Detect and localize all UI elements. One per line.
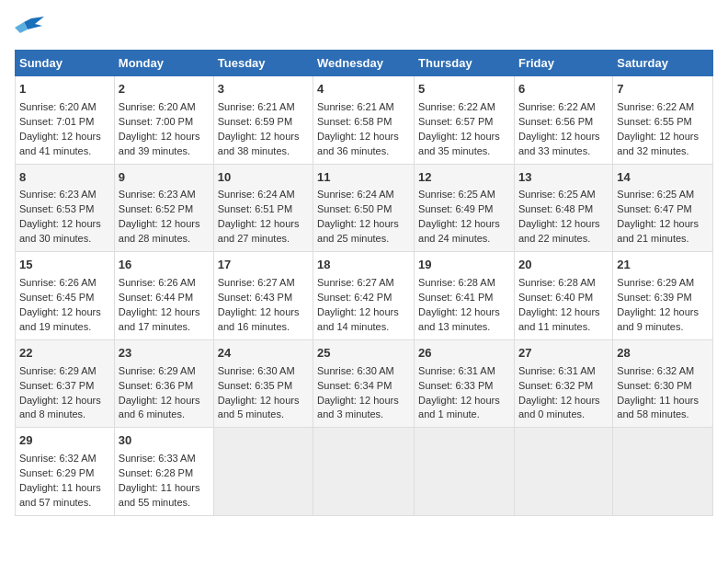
day-number: 17 bbox=[218, 257, 309, 274]
calendar-cell: 6Sunrise: 6:22 AMSunset: 6:56 PMDaylight… bbox=[514, 76, 612, 165]
sunset-text: Sunset: 6:58 PM bbox=[317, 116, 392, 127]
sunrise-text: Sunrise: 6:28 AM bbox=[418, 277, 495, 288]
calendar-cell: 13Sunrise: 6:25 AMSunset: 6:48 PMDayligh… bbox=[514, 164, 612, 252]
day-number: 1 bbox=[19, 81, 110, 98]
daylight-label: Daylight: 12 hours and 14 minutes. bbox=[317, 306, 399, 332]
day-number: 28 bbox=[617, 345, 709, 362]
daylight-label: Daylight: 11 hours and 55 minutes. bbox=[119, 482, 200, 508]
calendar-cell: 29Sunrise: 6:32 AMSunset: 6:29 PMDayligh… bbox=[16, 428, 115, 516]
calendar-cell: 12Sunrise: 6:25 AMSunset: 6:49 PMDayligh… bbox=[415, 164, 515, 252]
header bbox=[15, 15, 713, 40]
sunrise-text: Sunrise: 6:27 AM bbox=[317, 277, 394, 288]
daylight-label: Daylight: 12 hours and 32 minutes. bbox=[617, 131, 699, 156]
daylight-label: Daylight: 12 hours and 1 minute. bbox=[418, 395, 500, 420]
sunrise-text: Sunrise: 6:22 AM bbox=[617, 101, 694, 112]
day-number: 5 bbox=[418, 81, 510, 98]
svg-marker-0 bbox=[24, 17, 44, 29]
sunset-text: Sunset: 6:55 PM bbox=[617, 116, 691, 127]
sunset-text: Sunset: 6:45 PM bbox=[19, 292, 94, 303]
daylight-label: Daylight: 12 hours and 9 minutes. bbox=[617, 306, 699, 332]
sunrise-text: Sunrise: 6:31 AM bbox=[518, 365, 596, 376]
sunset-text: Sunset: 6:36 PM bbox=[119, 380, 193, 391]
calendar-table: SundayMondayTuesdayWednesdayThursdayFrid… bbox=[15, 50, 713, 516]
calendar-cell: 9Sunrise: 6:23 AMSunset: 6:52 PMDaylight… bbox=[114, 164, 213, 252]
sunset-text: Sunset: 6:59 PM bbox=[218, 116, 292, 127]
calendar-cell: 30Sunrise: 6:33 AMSunset: 6:28 PMDayligh… bbox=[114, 428, 213, 516]
sunset-text: Sunset: 6:56 PM bbox=[518, 116, 593, 127]
day-number: 29 bbox=[19, 432, 110, 450]
calendar-cell: 16Sunrise: 6:26 AMSunset: 6:44 PMDayligh… bbox=[114, 252, 213, 340]
day-number: 8 bbox=[19, 169, 110, 187]
calendar-cell bbox=[415, 428, 515, 516]
daylight-label: Daylight: 12 hours and 6 minutes. bbox=[119, 395, 200, 420]
day-number: 18 bbox=[317, 257, 410, 274]
daylight-label: Daylight: 12 hours and 38 minutes. bbox=[218, 131, 300, 156]
sunrise-text: Sunrise: 6:25 AM bbox=[518, 189, 596, 200]
sunset-text: Sunset: 7:00 PM bbox=[119, 116, 193, 127]
sunrise-text: Sunrise: 6:28 AM bbox=[518, 277, 596, 288]
sunset-text: Sunset: 6:49 PM bbox=[418, 203, 493, 214]
sunrise-text: Sunrise: 6:24 AM bbox=[317, 189, 394, 200]
day-number: 25 bbox=[317, 345, 410, 362]
daylight-label: Daylight: 12 hours and 30 minutes. bbox=[19, 218, 101, 244]
sunset-text: Sunset: 6:57 PM bbox=[418, 116, 493, 127]
sunrise-text: Sunrise: 6:33 AM bbox=[119, 453, 196, 464]
calendar-week-row: 1Sunrise: 6:20 AMSunset: 7:01 PMDaylight… bbox=[16, 76, 713, 165]
day-number: 6 bbox=[518, 81, 609, 98]
sunset-text: Sunset: 6:34 PM bbox=[317, 380, 392, 391]
weekday-header-saturday: Saturday bbox=[613, 51, 713, 76]
calendar-cell: 28Sunrise: 6:32 AMSunset: 6:30 PMDayligh… bbox=[613, 339, 713, 428]
calendar-cell: 23Sunrise: 6:29 AMSunset: 6:36 PMDayligh… bbox=[114, 339, 213, 428]
sunset-text: Sunset: 6:40 PM bbox=[518, 292, 593, 303]
calendar-cell: 3Sunrise: 6:21 AMSunset: 6:59 PMDaylight… bbox=[213, 76, 313, 165]
day-number: 10 bbox=[218, 169, 309, 187]
daylight-label: Daylight: 12 hours and 17 minutes. bbox=[119, 306, 200, 332]
calendar-cell: 18Sunrise: 6:27 AMSunset: 6:42 PMDayligh… bbox=[313, 252, 415, 340]
daylight-label: Daylight: 12 hours and 33 minutes. bbox=[518, 131, 600, 156]
day-number: 13 bbox=[518, 169, 609, 187]
weekday-header-thursday: Thursday bbox=[415, 51, 515, 76]
daylight-label: Daylight: 12 hours and 19 minutes. bbox=[19, 306, 101, 332]
sunset-text: Sunset: 6:30 PM bbox=[617, 380, 691, 391]
day-number: 11 bbox=[317, 169, 410, 187]
daylight-label: Daylight: 12 hours and 41 minutes. bbox=[19, 131, 101, 156]
sunset-text: Sunset: 6:50 PM bbox=[317, 203, 392, 214]
sunrise-text: Sunrise: 6:32 AM bbox=[617, 365, 694, 376]
calendar-cell: 22Sunrise: 6:29 AMSunset: 6:37 PMDayligh… bbox=[16, 339, 115, 428]
sunrise-text: Sunrise: 6:21 AM bbox=[218, 101, 295, 112]
sunrise-text: Sunrise: 6:30 AM bbox=[317, 365, 394, 376]
sunrise-text: Sunrise: 6:29 AM bbox=[19, 365, 97, 376]
weekday-header-monday: Monday bbox=[114, 51, 213, 76]
calendar-cell: 7Sunrise: 6:22 AMSunset: 6:55 PMDaylight… bbox=[613, 76, 713, 165]
day-number: 3 bbox=[218, 81, 309, 98]
day-number: 12 bbox=[418, 169, 510, 187]
day-number: 15 bbox=[19, 257, 110, 274]
calendar-cell: 1Sunrise: 6:20 AMSunset: 7:01 PMDaylight… bbox=[16, 76, 115, 165]
sunrise-text: Sunrise: 6:25 AM bbox=[617, 189, 694, 200]
sunrise-text: Sunrise: 6:30 AM bbox=[218, 365, 295, 376]
daylight-label: Daylight: 11 hours and 58 minutes. bbox=[617, 395, 699, 420]
sunrise-text: Sunrise: 6:27 AM bbox=[218, 277, 295, 288]
sunrise-text: Sunrise: 6:20 AM bbox=[19, 101, 97, 112]
weekday-header-wednesday: Wednesday bbox=[313, 51, 415, 76]
calendar-cell bbox=[613, 428, 713, 516]
day-number: 16 bbox=[119, 257, 210, 274]
daylight-label: Daylight: 12 hours and 35 minutes. bbox=[418, 131, 500, 156]
calendar-cell bbox=[514, 428, 612, 516]
day-number: 7 bbox=[617, 81, 709, 98]
calendar-cell: 17Sunrise: 6:27 AMSunset: 6:43 PMDayligh… bbox=[213, 252, 313, 340]
day-number: 24 bbox=[218, 345, 309, 362]
sunset-text: Sunset: 6:37 PM bbox=[19, 380, 94, 391]
logo-icon bbox=[15, 15, 44, 40]
calendar-week-row: 22Sunrise: 6:29 AMSunset: 6:37 PMDayligh… bbox=[16, 339, 713, 428]
calendar-cell: 8Sunrise: 6:23 AMSunset: 6:53 PMDaylight… bbox=[16, 164, 115, 252]
calendar-cell bbox=[313, 428, 415, 516]
sunrise-text: Sunrise: 6:22 AM bbox=[418, 101, 495, 112]
weekday-header-row: SundayMondayTuesdayWednesdayThursdayFrid… bbox=[16, 51, 713, 76]
sunset-text: Sunset: 6:48 PM bbox=[518, 203, 593, 214]
day-number: 4 bbox=[317, 81, 410, 98]
daylight-label: Daylight: 12 hours and 25 minutes. bbox=[317, 218, 399, 244]
sunset-text: Sunset: 7:01 PM bbox=[19, 116, 94, 127]
sunrise-text: Sunrise: 6:26 AM bbox=[119, 277, 196, 288]
day-number: 20 bbox=[518, 257, 609, 274]
